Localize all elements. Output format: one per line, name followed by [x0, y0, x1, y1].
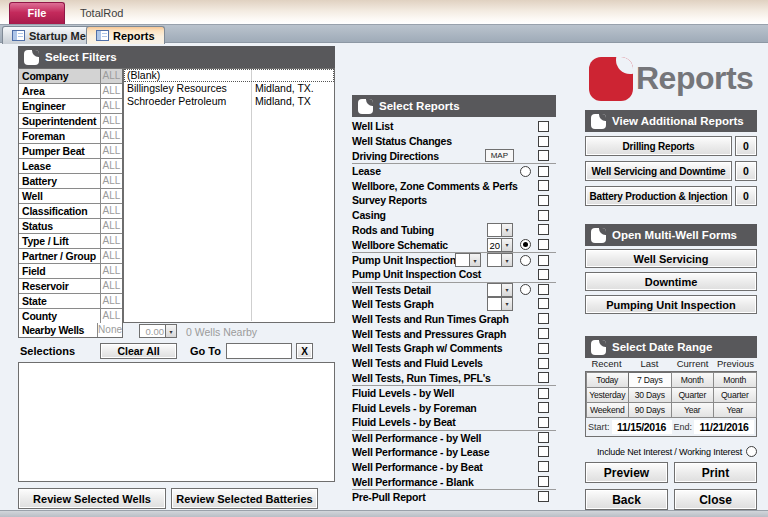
selections-listbox[interactable] [18, 362, 335, 482]
report-checkbox[interactable] [538, 224, 549, 235]
report-checkbox[interactable] [538, 358, 549, 369]
report-checkbox[interactable] [538, 372, 549, 383]
date-button-yesterday-0[interactable]: Yesterday [586, 387, 630, 403]
goto-clear-button[interactable]: X [296, 343, 313, 359]
net-interest-radio[interactable] [746, 446, 757, 457]
filter-row-engineer[interactable]: EngineerALL [19, 98, 122, 113]
date-button-30-days-1[interactable]: 30 Days [628, 387, 672, 403]
view-additional-reports-header: View Additional Reports [585, 110, 757, 132]
filter-row-battery[interactable]: BatteryALL [19, 173, 122, 188]
filter-row-well[interactable]: WellALL [19, 188, 122, 203]
report-checkbox[interactable] [538, 210, 549, 221]
report-checkbox[interactable] [538, 343, 549, 354]
print-button[interactable]: Print [674, 462, 757, 483]
report-combo[interactable]: ▾ [487, 283, 513, 297]
report-checkbox[interactable] [538, 461, 549, 472]
report-checkbox[interactable] [538, 491, 549, 502]
filter-row-reservoir[interactable]: ReservoirALL [19, 278, 122, 293]
report-combo[interactable]: ▾ [455, 253, 481, 267]
date-button-today-0[interactable]: Today [586, 372, 630, 388]
preview-button[interactable]: Preview [585, 462, 668, 483]
report-checkbox[interactable] [538, 255, 549, 266]
filter-row-pumper-beat[interactable]: Pumper BeatALL [19, 143, 122, 158]
additional-report-button-battery-production-injection[interactable]: Battery Production & Injection [585, 186, 732, 206]
date-button-month-2[interactable]: Month [671, 372, 715, 388]
report-checkbox[interactable] [538, 388, 549, 399]
filter-row-state[interactable]: StateALL [19, 293, 122, 308]
report-checkbox[interactable] [538, 195, 549, 206]
report-checkbox[interactable] [538, 166, 549, 177]
end-date-field[interactable]: 11/21/2016 [694, 420, 754, 434]
date-button-quarter-3[interactable]: Quarter [713, 387, 757, 403]
tab-reports[interactable]: Reports [86, 26, 165, 44]
date-button-7-days-1[interactable]: 7 Days [628, 372, 672, 388]
filter-row-superintendent[interactable]: SuperintendentALL [19, 113, 122, 128]
date-button-month-3[interactable]: Month [713, 372, 757, 388]
report-combo[interactable]: 20▾ [487, 238, 513, 252]
company-listbox[interactable]: (Blank)Billingsley ResourcesMidland, TX.… [123, 68, 335, 323]
report-radio[interactable] [520, 239, 531, 250]
report-checkbox[interactable] [538, 180, 549, 191]
map-button[interactable]: MAP [485, 149, 514, 162]
date-button-90-days-1[interactable]: 90 Days [628, 402, 672, 418]
report-checkbox[interactable] [538, 121, 549, 132]
clear-all-button[interactable]: Clear All [100, 343, 177, 359]
report-checkbox[interactable] [538, 328, 549, 339]
nearby-wells-row[interactable]: Nearby Wells None [18, 323, 123, 338]
report-radio[interactable] [520, 284, 531, 295]
filter-row-lease[interactable]: LeaseALL [19, 158, 122, 173]
dropdown-arrow-icon: ▾ [501, 239, 512, 251]
company-list-item[interactable]: (Blank) [124, 69, 334, 82]
report-checkbox[interactable] [538, 284, 549, 295]
filter-row-company[interactable]: CompanyALL [19, 68, 122, 83]
report-checkbox[interactable] [538, 239, 549, 250]
report-checkbox[interactable] [538, 150, 549, 161]
company-list-item[interactable]: Schroeder PetroleumMidland, TX [124, 95, 334, 108]
dropdown-arrow-icon: ▾ [501, 284, 512, 296]
app-ribbon-tab[interactable]: TotalRod [66, 2, 137, 24]
report-checkbox[interactable] [538, 432, 549, 443]
report-checkbox[interactable] [538, 417, 549, 428]
report-checkbox[interactable] [538, 313, 549, 324]
nearby-distance-combo[interactable]: 0.00 ▾ [139, 324, 177, 338]
filter-row-county[interactable]: CountyALL [19, 308, 122, 323]
additional-report-button-well-servicing-and-downtime[interactable]: Well Servicing and Downtime [585, 161, 732, 181]
filter-row-field[interactable]: FieldALL [19, 263, 122, 278]
multi-well-button-well-servicing[interactable]: Well Servicing [585, 249, 757, 268]
filter-row-area[interactable]: AreaALL [19, 83, 122, 98]
report-checkbox[interactable] [538, 446, 549, 457]
close-button[interactable]: Close [674, 489, 757, 510]
date-range-box: Today7 DaysMonthMonthYesterday30 DaysQua… [585, 371, 757, 437]
file-tab[interactable]: File [9, 2, 65, 24]
report-combo[interactable]: ▾ [487, 223, 513, 237]
additional-report-button-drilling-reports[interactable]: Drilling Reports [585, 136, 732, 156]
date-button-weekend-0[interactable]: Weekend [586, 402, 630, 418]
back-button[interactable]: Back [585, 489, 668, 510]
review-selected-wells-button[interactable]: Review Selected Wells [18, 488, 166, 509]
filter-row-classification[interactable]: ClassificationALL [19, 203, 122, 218]
report-radio[interactable] [520, 166, 531, 177]
report-combo[interactable]: ▾ [487, 297, 513, 311]
report-checkbox[interactable] [538, 402, 549, 413]
multi-well-button-downtime[interactable]: Downtime [585, 272, 757, 291]
report-row-well-tests-graph-w-comments: Well Tests Graph w/ Comments [352, 341, 556, 356]
date-button-year-2[interactable]: Year [671, 402, 715, 418]
report-checkbox[interactable] [538, 269, 549, 280]
date-button-quarter-2[interactable]: Quarter [671, 387, 715, 403]
report-checkbox[interactable] [538, 476, 549, 487]
filter-row-partner-group[interactable]: Partner / GroupALL [19, 248, 122, 263]
goto-input[interactable] [226, 343, 292, 359]
filter-row-status[interactable]: StatusALL [19, 218, 122, 233]
report-combo[interactable]: ▾ [487, 253, 513, 267]
company-list-item[interactable]: Billingsley ResourcesMidland, TX. [124, 82, 334, 95]
form-icon [96, 30, 109, 41]
date-button-year-3[interactable]: Year [713, 402, 757, 418]
filter-row-type-lift[interactable]: Type / LiftALL [19, 233, 122, 248]
review-selected-batteries-button[interactable]: Review Selected Batteries [171, 488, 318, 509]
report-checkbox[interactable] [538, 136, 549, 147]
report-checkbox[interactable] [538, 298, 549, 309]
filter-row-foreman[interactable]: ForemanALL [19, 128, 122, 143]
start-date-field[interactable]: 11/15/2016 [612, 420, 672, 434]
multi-well-button-pumping-unit-inspection[interactable]: Pumping Unit Inspection [585, 295, 757, 314]
report-radio[interactable] [520, 255, 531, 266]
